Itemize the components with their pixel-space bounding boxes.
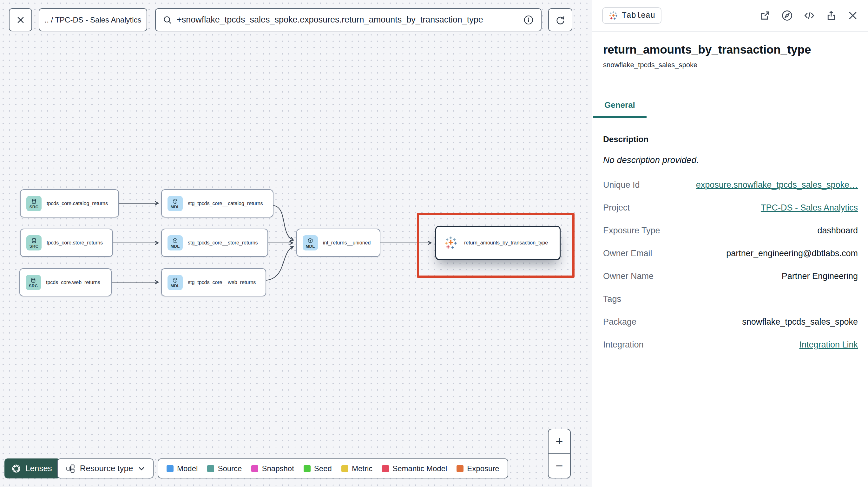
share-button[interactable] (826, 10, 837, 21)
cube-icon (307, 237, 313, 244)
selector-input[interactable] (177, 15, 519, 25)
cube-icon (172, 198, 178, 204)
tableau-logo-icon (609, 11, 618, 20)
explore-compass-button[interactable] (781, 9, 793, 22)
node-label: stg_tpcds_core__catalog_returns (188, 201, 263, 206)
source-badge: SRC (26, 196, 41, 211)
legend-item-snapshot: Snapshot (251, 464, 294, 473)
legend-swatch (166, 465, 174, 472)
zoom-in-button[interactable]: + (549, 429, 570, 454)
edge (274, 205, 293, 240)
zoom-out-button[interactable]: − (549, 454, 570, 478)
panel-close-icon (847, 10, 859, 21)
owner-email-value: partner_engineering@dbtlabs.com (726, 249, 858, 258)
integration-badge-tableau[interactable]: Tableau (602, 7, 661, 24)
field-row-exposure-type: Exposure Type dashboard (603, 219, 858, 242)
owner-name-value: Partner Engineering (782, 271, 858, 281)
graph-node-exposure-return-amounts[interactable]: return_amounts_by_transaction_type (435, 226, 561, 260)
aperture-icon (11, 464, 21, 474)
unique-id-link[interactable]: exposure.snowflake_tpcds_sales_spoke… (696, 180, 858, 190)
description-label: Description (603, 134, 858, 144)
node-label: tpcds_core.catalog_returns (46, 201, 108, 206)
model-badge: MDL (167, 196, 183, 211)
zoom-control: + − (548, 429, 571, 479)
cube-icon (172, 237, 178, 244)
code-icon (803, 9, 815, 22)
legend-item-metric: Metric (341, 464, 372, 473)
legend-swatch (341, 465, 348, 472)
legend-item-model: Model (166, 464, 198, 473)
compass-icon (781, 9, 793, 22)
field-row-unique-id: Unique Id exposure.snowflake_tpcds_sales… (603, 173, 858, 196)
refresh-lineage-button[interactable] (548, 8, 572, 31)
model-badge: MDL (167, 275, 183, 290)
detail-fields: Unique Id exposure.snowflake_tpcds_sales… (603, 173, 858, 356)
node-label: stg_tpcds_core__web_returns (188, 280, 256, 285)
integration-link[interactable]: Integration Link (799, 340, 858, 350)
resource-type-dropdown[interactable]: Resource type (57, 458, 154, 479)
graph-node-model-stg-web[interactable]: MDL stg_tpcds_core__web_returns (161, 268, 266, 296)
legend-swatch (382, 465, 389, 472)
panel-tabs: General (592, 100, 868, 117)
database-icon (31, 237, 37, 244)
project-link[interactable]: TPC-DS - Sales Analytics (761, 203, 858, 213)
info-icon[interactable] (523, 14, 534, 25)
legend-swatch (207, 465, 214, 472)
edge (266, 246, 293, 280)
source-badge: SRC (26, 235, 41, 251)
zoom-in-icon: + (556, 434, 563, 448)
field-row-owner-email: Owner Email partner_engineering@dbtlabs.… (603, 242, 858, 265)
open-external-button[interactable] (760, 10, 771, 21)
tableau-logo-icon (444, 236, 458, 250)
field-row-integration: Integration Integration Link (603, 333, 858, 356)
close-icon (16, 15, 25, 25)
close-panel-button[interactable] (847, 10, 859, 21)
share-icon (826, 10, 837, 21)
legend-item-semantic-model: Semantic Model (382, 464, 447, 473)
node-label: tpcds_core.store_returns (46, 240, 103, 246)
field-row-tags: Tags (603, 288, 858, 311)
legend-item-seed: Seed (304, 464, 332, 473)
resource-type-legend: Model Source Snapshot Seed Metric Semant… (158, 458, 508, 479)
lineage-search-bar[interactable] (155, 8, 541, 31)
field-row-project: Project TPC-DS - Sales Analytics (603, 196, 858, 219)
lineage-canvas[interactable]: SRC tpcds_core.catalog_returns SRC tpcds… (0, 0, 592, 487)
graph-node-model-int-returns-unioned[interactable]: MDL int_returns__unioned (296, 229, 380, 257)
node-details-panel: Tableau return_am (592, 0, 868, 487)
exposure-type-value: dashboard (817, 226, 858, 235)
chevron-down-icon (138, 466, 145, 471)
graph-node-model-stg-catalog[interactable]: MDL stg_tpcds_core__catalog_returns (161, 189, 274, 218)
search-icon (163, 15, 172, 25)
model-badge: MDL (167, 235, 183, 251)
breadcrumb[interactable]: .. / TPC-DS - Sales Analytics (39, 8, 147, 31)
tab-general[interactable]: General (593, 100, 647, 118)
graph-node-source-store-returns[interactable]: SRC tpcds_core.store_returns (20, 229, 113, 257)
legend-item-exposure: Exposure (457, 464, 499, 473)
model-badge: MDL (303, 235, 318, 251)
legend-item-source: Source (207, 464, 242, 473)
lenses-button[interactable]: Lenses (4, 458, 60, 479)
database-icon (31, 198, 37, 204)
refresh-icon (555, 14, 566, 25)
external-link-icon (760, 10, 771, 21)
package-value: snowflake_tpcds_sales_spoke (742, 317, 858, 327)
dbt-explorer-lineage-app: SRC tpcds_core.catalog_returns SRC tpcds… (0, 0, 868, 487)
node-label: tpcds_core.web_returns (46, 280, 100, 285)
legend-swatch (304, 465, 311, 472)
graph-node-source-catalog-returns[interactable]: SRC tpcds_core.catalog_returns (20, 189, 119, 218)
graph-node-source-web-returns[interactable]: SRC tpcds_core.web_returns (19, 268, 112, 296)
node-label: int_returns__unioned (323, 240, 371, 246)
resource-type-icon (66, 464, 75, 473)
panel-header: Tableau (592, 0, 868, 32)
close-lineage-button[interactable] (9, 8, 32, 31)
panel-body: return_amounts_by_transaction_type snowf… (592, 32, 868, 356)
package-subtitle: snowflake_tpcds_sales_spoke (603, 61, 858, 69)
field-row-package: Package snowflake_tpcds_sales_spoke (603, 311, 858, 333)
page-title: return_amounts_by_transaction_type (603, 43, 858, 57)
code-view-button[interactable] (803, 9, 815, 22)
node-label: stg_tpcds_core__store_returns (188, 240, 258, 246)
legend-swatch (251, 465, 258, 472)
zoom-out-icon: − (556, 459, 563, 473)
panel-actions (760, 9, 859, 22)
graph-node-model-stg-store[interactable]: MDL stg_tpcds_core__store_returns (161, 229, 268, 257)
